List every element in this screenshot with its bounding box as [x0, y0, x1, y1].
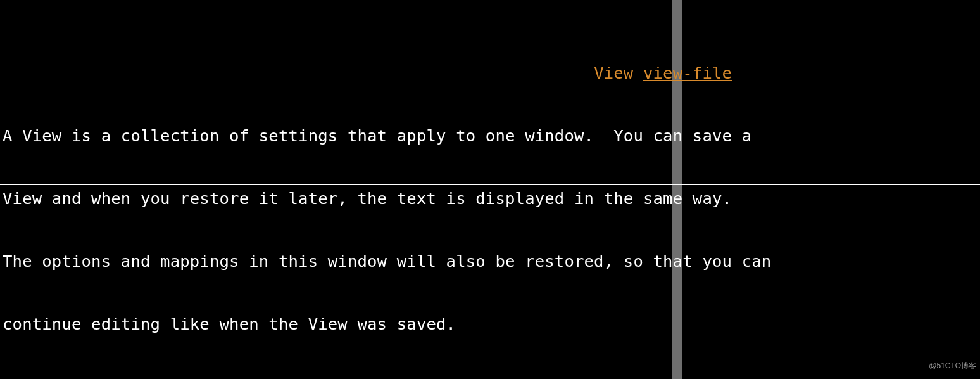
view-tag-label: View [594, 63, 633, 82]
view-paragraph-line: View and when you restore it later, the … [3, 188, 977, 209]
blank-line [3, 376, 977, 379]
watermark: @51CTO博客 [929, 356, 976, 376]
help-text-viewport: View view-file A View is a collection of… [3, 0, 977, 379]
view-paragraph-line: continue editing like when the View was … [3, 314, 977, 335]
view-paragraph-line: A View is a collection of settings that … [3, 125, 977, 146]
view-tag-link[interactable]: view-file [643, 63, 732, 82]
tag-line-view: View view-file [3, 63, 977, 84]
view-paragraph-line: The options and mappings in this window … [3, 251, 977, 272]
